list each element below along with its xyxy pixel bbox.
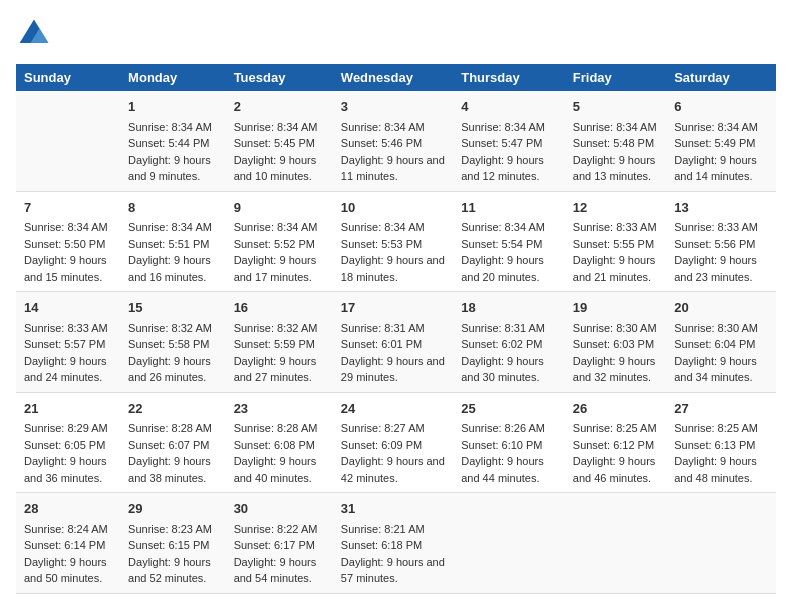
day-number: 9	[234, 198, 325, 218]
cell-content: Sunrise: 8:28 AMSunset: 6:08 PMDaylight:…	[234, 420, 325, 486]
day-number: 26	[573, 399, 658, 419]
col-header-friday: Friday	[565, 64, 666, 91]
calendar-cell: 3Sunrise: 8:34 AMSunset: 5:46 PMDaylight…	[333, 91, 453, 191]
cell-content: Sunrise: 8:32 AMSunset: 5:58 PMDaylight:…	[128, 320, 218, 386]
day-number: 23	[234, 399, 325, 419]
week-row-1: 1Sunrise: 8:34 AMSunset: 5:44 PMDaylight…	[16, 91, 776, 191]
day-number: 3	[341, 97, 445, 117]
day-number: 24	[341, 399, 445, 419]
day-number: 28	[24, 499, 112, 519]
cell-content: Sunrise: 8:21 AMSunset: 6:18 PMDaylight:…	[341, 521, 445, 587]
calendar-cell: 6Sunrise: 8:34 AMSunset: 5:49 PMDaylight…	[666, 91, 776, 191]
day-number: 18	[461, 298, 557, 318]
calendar-cell	[453, 493, 565, 594]
week-row-3: 14Sunrise: 8:33 AMSunset: 5:57 PMDayligh…	[16, 292, 776, 393]
day-number: 5	[573, 97, 658, 117]
day-number: 4	[461, 97, 557, 117]
cell-content: Sunrise: 8:34 AMSunset: 5:49 PMDaylight:…	[674, 119, 768, 185]
cell-content: Sunrise: 8:34 AMSunset: 5:50 PMDaylight:…	[24, 219, 112, 285]
week-row-2: 7Sunrise: 8:34 AMSunset: 5:50 PMDaylight…	[16, 191, 776, 292]
cell-content: Sunrise: 8:33 AMSunset: 5:57 PMDaylight:…	[24, 320, 112, 386]
day-number: 12	[573, 198, 658, 218]
calendar-cell: 15Sunrise: 8:32 AMSunset: 5:58 PMDayligh…	[120, 292, 226, 393]
cell-content: Sunrise: 8:24 AMSunset: 6:14 PMDaylight:…	[24, 521, 112, 587]
logo-icon	[16, 16, 52, 52]
day-number: 8	[128, 198, 218, 218]
calendar-cell: 24Sunrise: 8:27 AMSunset: 6:09 PMDayligh…	[333, 392, 453, 493]
cell-content: Sunrise: 8:34 AMSunset: 5:54 PMDaylight:…	[461, 219, 557, 285]
calendar-cell: 8Sunrise: 8:34 AMSunset: 5:51 PMDaylight…	[120, 191, 226, 292]
week-row-5: 28Sunrise: 8:24 AMSunset: 6:14 PMDayligh…	[16, 493, 776, 594]
header-row: SundayMondayTuesdayWednesdayThursdayFrid…	[16, 64, 776, 91]
day-number: 2	[234, 97, 325, 117]
day-number: 7	[24, 198, 112, 218]
cell-content: Sunrise: 8:23 AMSunset: 6:15 PMDaylight:…	[128, 521, 218, 587]
col-header-saturday: Saturday	[666, 64, 776, 91]
calendar-cell: 7Sunrise: 8:34 AMSunset: 5:50 PMDaylight…	[16, 191, 120, 292]
day-number: 14	[24, 298, 112, 318]
calendar-cell: 9Sunrise: 8:34 AMSunset: 5:52 PMDaylight…	[226, 191, 333, 292]
calendar-cell: 30Sunrise: 8:22 AMSunset: 6:17 PMDayligh…	[226, 493, 333, 594]
cell-content: Sunrise: 8:34 AMSunset: 5:48 PMDaylight:…	[573, 119, 658, 185]
col-header-wednesday: Wednesday	[333, 64, 453, 91]
day-number: 11	[461, 198, 557, 218]
calendar-cell: 19Sunrise: 8:30 AMSunset: 6:03 PMDayligh…	[565, 292, 666, 393]
calendar-cell: 13Sunrise: 8:33 AMSunset: 5:56 PMDayligh…	[666, 191, 776, 292]
cell-content: Sunrise: 8:29 AMSunset: 6:05 PMDaylight:…	[24, 420, 112, 486]
col-header-sunday: Sunday	[16, 64, 120, 91]
cell-content: Sunrise: 8:33 AMSunset: 5:55 PMDaylight:…	[573, 219, 658, 285]
day-number: 17	[341, 298, 445, 318]
day-number: 20	[674, 298, 768, 318]
calendar-cell: 2Sunrise: 8:34 AMSunset: 5:45 PMDaylight…	[226, 91, 333, 191]
calendar-cell: 16Sunrise: 8:32 AMSunset: 5:59 PMDayligh…	[226, 292, 333, 393]
calendar-cell: 1Sunrise: 8:34 AMSunset: 5:44 PMDaylight…	[120, 91, 226, 191]
cell-content: Sunrise: 8:34 AMSunset: 5:46 PMDaylight:…	[341, 119, 445, 185]
calendar-cell: 4Sunrise: 8:34 AMSunset: 5:47 PMDaylight…	[453, 91, 565, 191]
calendar-cell	[666, 493, 776, 594]
cell-content: Sunrise: 8:34 AMSunset: 5:51 PMDaylight:…	[128, 219, 218, 285]
calendar-cell: 28Sunrise: 8:24 AMSunset: 6:14 PMDayligh…	[16, 493, 120, 594]
calendar-cell: 5Sunrise: 8:34 AMSunset: 5:48 PMDaylight…	[565, 91, 666, 191]
calendar-cell: 14Sunrise: 8:33 AMSunset: 5:57 PMDayligh…	[16, 292, 120, 393]
day-number: 16	[234, 298, 325, 318]
day-number: 30	[234, 499, 325, 519]
cell-content: Sunrise: 8:27 AMSunset: 6:09 PMDaylight:…	[341, 420, 445, 486]
cell-content: Sunrise: 8:31 AMSunset: 6:01 PMDaylight:…	[341, 320, 445, 386]
day-number: 13	[674, 198, 768, 218]
cell-content: Sunrise: 8:25 AMSunset: 6:12 PMDaylight:…	[573, 420, 658, 486]
cell-content: Sunrise: 8:22 AMSunset: 6:17 PMDaylight:…	[234, 521, 325, 587]
cell-content: Sunrise: 8:31 AMSunset: 6:02 PMDaylight:…	[461, 320, 557, 386]
calendar-cell: 23Sunrise: 8:28 AMSunset: 6:08 PMDayligh…	[226, 392, 333, 493]
logo	[16, 16, 56, 52]
calendar-cell: 27Sunrise: 8:25 AMSunset: 6:13 PMDayligh…	[666, 392, 776, 493]
calendar-cell: 29Sunrise: 8:23 AMSunset: 6:15 PMDayligh…	[120, 493, 226, 594]
calendar-cell: 31Sunrise: 8:21 AMSunset: 6:18 PMDayligh…	[333, 493, 453, 594]
day-number: 10	[341, 198, 445, 218]
cell-content: Sunrise: 8:34 AMSunset: 5:47 PMDaylight:…	[461, 119, 557, 185]
calendar-cell: 26Sunrise: 8:25 AMSunset: 6:12 PMDayligh…	[565, 392, 666, 493]
day-number: 31	[341, 499, 445, 519]
calendar-cell: 12Sunrise: 8:33 AMSunset: 5:55 PMDayligh…	[565, 191, 666, 292]
day-number: 6	[674, 97, 768, 117]
calendar-cell: 21Sunrise: 8:29 AMSunset: 6:05 PMDayligh…	[16, 392, 120, 493]
cell-content: Sunrise: 8:30 AMSunset: 6:03 PMDaylight:…	[573, 320, 658, 386]
cell-content: Sunrise: 8:30 AMSunset: 6:04 PMDaylight:…	[674, 320, 768, 386]
cell-content: Sunrise: 8:34 AMSunset: 5:52 PMDaylight:…	[234, 219, 325, 285]
col-header-monday: Monday	[120, 64, 226, 91]
day-number: 15	[128, 298, 218, 318]
day-number: 29	[128, 499, 218, 519]
day-number: 27	[674, 399, 768, 419]
cell-content: Sunrise: 8:28 AMSunset: 6:07 PMDaylight:…	[128, 420, 218, 486]
calendar-cell: 22Sunrise: 8:28 AMSunset: 6:07 PMDayligh…	[120, 392, 226, 493]
header	[16, 16, 776, 52]
week-row-4: 21Sunrise: 8:29 AMSunset: 6:05 PMDayligh…	[16, 392, 776, 493]
cell-content: Sunrise: 8:34 AMSunset: 5:44 PMDaylight:…	[128, 119, 218, 185]
calendar-cell: 20Sunrise: 8:30 AMSunset: 6:04 PMDayligh…	[666, 292, 776, 393]
cell-content: Sunrise: 8:25 AMSunset: 6:13 PMDaylight:…	[674, 420, 768, 486]
day-number: 22	[128, 399, 218, 419]
day-number: 25	[461, 399, 557, 419]
day-number: 21	[24, 399, 112, 419]
cell-content: Sunrise: 8:32 AMSunset: 5:59 PMDaylight:…	[234, 320, 325, 386]
calendar-cell	[16, 91, 120, 191]
calendar-cell: 10Sunrise: 8:34 AMSunset: 5:53 PMDayligh…	[333, 191, 453, 292]
